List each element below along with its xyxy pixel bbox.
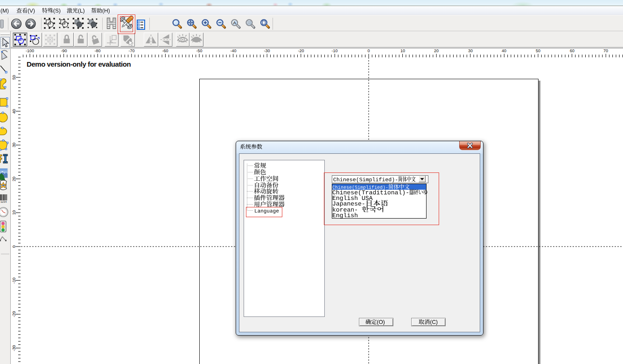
svg-text:-10: -10 <box>12 277 16 283</box>
svg-text:-20: -20 <box>12 311 16 317</box>
svg-text:-70: -70 <box>128 48 134 53</box>
svg-text:40: 40 <box>12 109 16 114</box>
svg-text:10: 10 <box>400 48 405 53</box>
svg-text:60: 60 <box>570 48 574 53</box>
svg-text:-80: -80 <box>94 48 100 53</box>
svg-text:40: 40 <box>502 48 506 53</box>
svg-text:0: 0 <box>367 48 370 53</box>
svg-text:-100: -100 <box>26 48 34 53</box>
svg-text:20: 20 <box>434 48 439 53</box>
svg-text:1234: 1234 <box>0 200 7 204</box>
svg-text:-60: -60 <box>162 48 168 53</box>
svg-text:-90: -90 <box>61 48 67 53</box>
svg-text:-20: -20 <box>298 48 304 53</box>
svg-text:30: 30 <box>12 143 16 147</box>
svg-text:-10: -10 <box>331 48 337 53</box>
svg-text:10: 10 <box>12 210 16 215</box>
svg-text:70: 70 <box>603 48 608 53</box>
svg-text:50: 50 <box>12 75 16 80</box>
svg-text:-30: -30 <box>12 345 16 351</box>
svg-text:-30: -30 <box>264 48 270 53</box>
svg-text:A: A <box>233 20 236 25</box>
svg-text:0: 0 <box>12 245 16 247</box>
svg-text:20: 20 <box>12 177 16 181</box>
svg-text:-50: -50 <box>196 48 202 53</box>
svg-text:-40: -40 <box>230 48 236 53</box>
svg-text:50: 50 <box>536 48 540 53</box>
svg-text:30: 30 <box>468 48 473 53</box>
